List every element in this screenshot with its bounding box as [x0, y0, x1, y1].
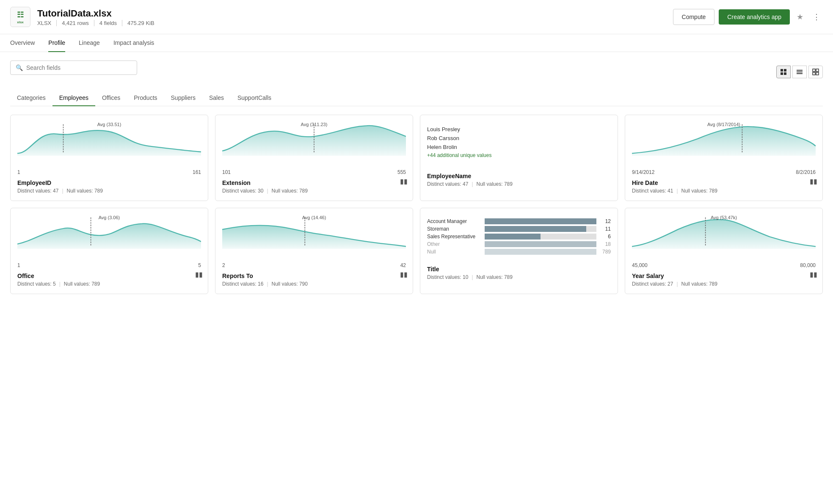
- card-year-salary: Avg (53.47k) 45,000 80,000 Year Salary D…: [625, 208, 823, 294]
- search-input[interactable]: [26, 64, 132, 71]
- file-icon-label: xlsx: [17, 20, 24, 24]
- card-meta: Distinct values: 30 | Null values: 789: [222, 188, 406, 194]
- sparkline-svg: [17, 215, 201, 249]
- card-meta: Distinct values: 47 | Null values: 789: [427, 181, 611, 187]
- card-title: Account Manager 12 Storeman 11 Sales Rep…: [420, 208, 618, 294]
- avg-label: Avg (53.47k): [711, 215, 737, 220]
- field-name: EmployeeID: [17, 179, 201, 186]
- compute-button[interactable]: Compute: [673, 9, 715, 25]
- file-type: XLSX: [37, 20, 57, 26]
- bar-chart-icon: ▮▮: [400, 177, 408, 185]
- card-meta: Distinct values: 47 | Null values: 789: [17, 188, 201, 194]
- bar-value-null: 789: [599, 249, 611, 255]
- field-name: Reports To: [222, 273, 406, 279]
- avg-label: Avg (33.51): [97, 122, 121, 127]
- cat-tab-offices[interactable]: Offices: [95, 90, 127, 106]
- bar-track: [485, 218, 596, 224]
- text-values-area: Louis Presley Rob Carsson Helen Brolin +…: [427, 125, 611, 168]
- footer-reports-to: Reports To Distinct values: 16 | Null va…: [222, 273, 406, 287]
- file-fields: 4 fields: [99, 20, 122, 26]
- search-icon: 🔍: [16, 64, 23, 71]
- cat-tab-employees[interactable]: Employees: [52, 90, 95, 106]
- range-max: 5: [198, 262, 201, 268]
- chart-office: Avg (3.06): [17, 215, 201, 257]
- distinct-values: Distinct values: 41: [632, 188, 673, 194]
- range-min: 101: [222, 169, 231, 175]
- field-name: Title: [427, 266, 611, 273]
- null-values: Null values: 789: [67, 188, 103, 194]
- distinct-values: Distinct values: 47: [17, 188, 58, 194]
- view-controls: [776, 66, 823, 78]
- avg-label: Avg (8/17/2014): [707, 122, 740, 127]
- null-values: Null values: 789: [477, 274, 513, 280]
- cat-tab-products[interactable]: Products: [127, 90, 164, 106]
- file-details: TutorialData.xlsx XLSX 4,421 rows 4 fiel…: [37, 8, 160, 26]
- tab-lineage[interactable]: Lineage: [79, 34, 100, 52]
- bar-fill: [485, 234, 541, 240]
- null-values: Null values: 789: [477, 181, 513, 187]
- list-view-button[interactable]: [792, 66, 807, 78]
- bar-value-muted: 18: [599, 241, 611, 247]
- table-icon: [812, 69, 819, 75]
- range-extension: 101 555: [222, 169, 406, 175]
- more-options-button[interactable]: ⋮: [810, 10, 823, 24]
- cat-tab-supportcalls[interactable]: SupportCalls: [231, 90, 278, 106]
- bar-label-muted: Other: [427, 241, 482, 247]
- file-size: 475.29 KiB: [127, 20, 160, 26]
- range-max: 555: [397, 169, 406, 175]
- svg-rect-5: [797, 72, 803, 72]
- field-name: Year Salary: [632, 273, 816, 279]
- distinct-values: Distinct values: 5: [17, 281, 56, 287]
- bar-row: Other 18: [427, 241, 611, 247]
- bar-chart-icon: ▮▮: [810, 270, 817, 278]
- distinct-values: Distinct values: 10: [427, 274, 468, 280]
- chart-reports-to: Avg (14.46): [222, 215, 406, 257]
- tab-overview[interactable]: Overview: [10, 34, 35, 52]
- tab-profile[interactable]: Profile: [48, 34, 65, 52]
- bar-label: Storeman: [427, 226, 482, 232]
- footer-extension: Extension Distinct values: 30 | Null val…: [222, 179, 406, 194]
- list-icon: [796, 69, 803, 75]
- bar-track: [485, 226, 596, 232]
- bar-chart-icon: ▮▮: [195, 270, 203, 278]
- star-button[interactable]: ★: [794, 10, 806, 24]
- category-tabs: Categories Employees Offices Products Su…: [10, 90, 823, 106]
- create-analytics-button[interactable]: Create analytics app: [719, 9, 790, 25]
- footer-hire-date: Hire Date Distinct values: 41 | Null val…: [632, 179, 816, 194]
- bar-track: [485, 234, 596, 240]
- card-office: Avg (3.06) 1 5 Office Distinct values: 5…: [10, 208, 208, 294]
- footer-office: Office Distinct values: 5 | Null values:…: [17, 273, 201, 287]
- main-nav-tabs: Overview Profile Lineage Impact analysis: [0, 34, 833, 52]
- null-values: Null values: 790: [272, 281, 308, 287]
- distinct-values: Distinct values: 27: [632, 281, 673, 287]
- file-info: ☷ xlsx TutorialData.xlsx XLSX 4,421 rows…: [10, 7, 160, 27]
- table-view-button[interactable]: [808, 66, 823, 78]
- text-value-3: Helen Brolin: [427, 143, 611, 152]
- cat-tab-suppliers[interactable]: Suppliers: [164, 90, 202, 106]
- footer-employee-id: EmployeeID Distinct values: 47 | Null va…: [17, 179, 201, 194]
- range-max: 8/2/2016: [796, 169, 816, 175]
- avg-label: Avg (311.23): [301, 122, 328, 127]
- cat-tab-categories[interactable]: Categories: [10, 90, 52, 106]
- cat-tab-sales[interactable]: Sales: [202, 90, 231, 106]
- svg-rect-9: [813, 72, 815, 75]
- bar-track: [485, 249, 596, 255]
- svg-rect-7: [813, 69, 815, 72]
- main-content: 🔍 Categories Employees Offices Products …: [0, 52, 833, 303]
- bar-track: [485, 241, 596, 247]
- footer-employee-name: EmployeeName Distinct values: 47 | Null …: [427, 173, 611, 187]
- card-extension: Avg (311.23) 101 555 Extension Distinct …: [215, 115, 413, 201]
- range-reports-to: 2 42: [222, 262, 406, 268]
- grid-view-button[interactable]: [776, 66, 791, 78]
- bar-label: Account Manager: [427, 218, 482, 224]
- tab-impact-analysis[interactable]: Impact analysis: [113, 34, 154, 52]
- bar-value: 6: [599, 234, 611, 240]
- page-header: ☷ xlsx TutorialData.xlsx XLSX 4,421 rows…: [0, 0, 833, 34]
- range-min: 1: [17, 262, 20, 268]
- card-employee-id: Avg (33.51) 1 161 EmployeeID Distinct va…: [10, 115, 208, 201]
- card-hire-date: Avg (8/17/2014) 9/14/2012 8/2/2016 Hire …: [625, 115, 823, 201]
- search-container[interactable]: 🔍: [10, 61, 137, 75]
- bar-fill: [485, 218, 596, 224]
- sparkline-svg: [222, 215, 406, 249]
- svg-rect-10: [816, 72, 819, 75]
